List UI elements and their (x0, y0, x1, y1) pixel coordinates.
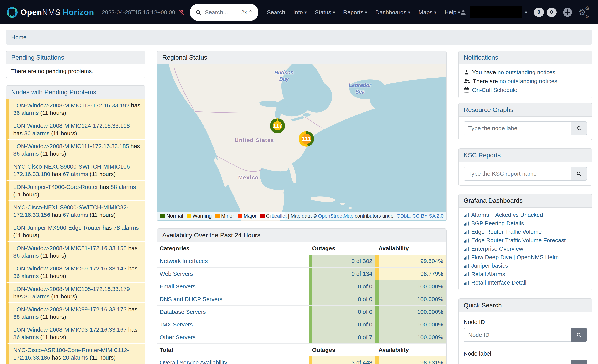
ksc-report-search-input[interactable] (464, 167, 571, 181)
search-icon (196, 9, 201, 15)
outages-cell: 0 of 0 (309, 306, 375, 318)
pending-situations-title[interactable]: Pending Situations (6, 51, 145, 65)
node-link[interactable]: LON-Window-2008-MIMIC93-172.16.33.167 (13, 326, 127, 333)
all-notices-link[interactable]: no outstanding notices (499, 78, 557, 84)
nav-menu-status[interactable]: Status▾ (315, 9, 335, 16)
alarms-link[interactable]: 67 alarms (63, 212, 88, 218)
search-icon (576, 332, 582, 338)
resource-graphs-search-button[interactable] (571, 121, 587, 135)
alarms-link[interactable]: 36 alarms (24, 293, 50, 299)
ksc-report-search-button[interactable] (571, 167, 587, 181)
category-link[interactable]: DNS and DHCP Servers (160, 296, 222, 302)
username-redacted[interactable] (470, 6, 522, 18)
category-link[interactable]: Network Interfaces (160, 258, 208, 264)
nav-menu-reports[interactable]: Reports▾ (343, 9, 367, 16)
resource-graphs-title[interactable]: Resource Graphs (459, 103, 592, 117)
nav-menu-help[interactable]: Help▾ (445, 9, 460, 16)
grafana-dashboard-item[interactable]: Flow Deep Dive | OpenNMS Helm (464, 253, 587, 261)
grafana-dashboard-link[interactable]: Juniper basics (471, 262, 508, 269)
grafana-dashboard-link[interactable]: Enterprise Overview (471, 245, 523, 252)
attribution-link[interactable]: CC BY-SA 2.0 (412, 213, 444, 219)
nodes-pending-problems-title[interactable]: Nodes with Pending Problems (6, 86, 145, 99)
notice-count-badge[interactable]: 0 (534, 8, 544, 17)
alarms-link[interactable]: 36 alarms (13, 252, 39, 259)
grafana-dashboard-item[interactable]: Alarms – Acked vs Unacked (464, 211, 587, 219)
oncall-schedule-link[interactable]: On-Call Schedule (472, 87, 517, 93)
grafana-dashboard-item[interactable]: Retail Alarms (464, 270, 587, 278)
nav-menu-maps[interactable]: Maps▾ (418, 9, 436, 16)
notifications-title[interactable]: Notifications (459, 51, 592, 65)
notice-count-badge[interactable]: 0 (547, 8, 556, 17)
grafana-dashboard-link[interactable]: Retail Alarms (471, 271, 505, 277)
grafana-dashboard-item[interactable]: Edge Router Traffic Volume Forecast (464, 236, 587, 244)
node-link[interactable]: LON-Window-2008-MIMIC69-172.16.33.143 (13, 265, 127, 272)
category-link[interactable]: Overall Service Availability (160, 359, 227, 364)
category-link[interactable]: Web Servers (160, 270, 193, 277)
map-cluster-marker[interactable]: 111 (299, 131, 314, 147)
alarms-link[interactable]: 36 alarms (24, 130, 50, 136)
alarms-link[interactable]: 36 alarms (13, 110, 39, 116)
nav-menu-search[interactable]: Search (267, 9, 285, 16)
node-link[interactable]: LON-Window-2008-MIMIC124-172.16.33.198 (13, 122, 130, 129)
notice-badges: 00 (534, 8, 556, 17)
column-header: Outages (309, 242, 375, 255)
node-link[interactable]: LON-Window-2008-MIMIC99-172.16.33.173 (13, 306, 127, 312)
node-label-input[interactable] (464, 360, 571, 364)
alarms-link[interactable]: 36 alarms (13, 334, 39, 340)
availability-cell: 100.000% (375, 306, 446, 318)
grafana-dashboard-link[interactable]: Edge Router Traffic Volume Forecast (471, 237, 566, 243)
grafana-dashboards-panel: Grafana Dashboards Alarms – Acked vs Una… (458, 194, 592, 290)
attribution-link[interactable]: ODbL (396, 213, 409, 219)
alarms-link[interactable]: 36 alarms (13, 273, 39, 279)
grafana-dashboard-link[interactable]: Retail Interface Detail (471, 279, 526, 286)
node-link[interactable]: LON-Window-2008-MIMIC118-172.16.33.192 (13, 102, 129, 108)
grafana-dashboard-link[interactable]: Alarms – Acked vs Unacked (471, 212, 543, 218)
attribution-link[interactable]: OpenStreetMap (318, 213, 354, 219)
grafana-dashboard-link[interactable]: BGP Peering Details (471, 220, 524, 227)
attribution-link[interactable]: Leaflet (272, 213, 286, 219)
resource-graphs-panel: Resource Graphs (458, 103, 592, 140)
brand-text: OpenNMSHorizon (20, 8, 94, 17)
breadcrumb-home-link[interactable]: Home (11, 34, 26, 40)
grafana-dashboard-link[interactable]: Flow Deep Dive | OpenNMS Helm (471, 254, 559, 260)
regional-status-map[interactable]: Hudson Bay Labrador Sea United States Mé… (157, 65, 446, 221)
node-link[interactable]: LON-Juniper-MX960-Edge-Router (13, 225, 101, 231)
alarms-link[interactable]: 88 alarms (110, 184, 136, 190)
node-link[interactable]: LON-Window-2008-MIMIC105-172.16.33.179 (13, 286, 130, 292)
category-link[interactable]: Database Servers (160, 309, 206, 315)
node-id-input[interactable] (464, 328, 571, 342)
map-cluster-marker[interactable]: 117 (270, 118, 285, 133)
alarms-link[interactable]: 78 alarms (113, 225, 139, 231)
alarms-link[interactable]: 36 alarms (13, 314, 39, 320)
node-link[interactable]: LON-Juniper-T4000-Core-Router (13, 184, 98, 190)
brand[interactable]: OpenNMSHorizon (7, 7, 94, 18)
node-link[interactable]: LON-Window-2008-MIMIC111-172.16.33.185 (13, 143, 129, 149)
grafana-dashboard-item[interactable]: Edge Router Traffic Volume (464, 228, 587, 236)
alarms-link[interactable]: 67 alarms (63, 171, 88, 177)
global-search-input[interactable]: Search... 2x ⇧ (190, 4, 258, 21)
category-link[interactable]: JMX Servers (160, 321, 193, 328)
availability-row: DNS and DHCP Servers0 of 0100.000% (157, 293, 446, 305)
your-notices-link[interactable]: no outstanding notices (498, 69, 555, 75)
node-id-search-button[interactable] (571, 328, 587, 342)
alarms-link[interactable]: 20 alarms (63, 354, 88, 361)
server-timestamp: 2022-04-29T15:15:12+00:00 (102, 9, 175, 16)
add-button[interactable] (563, 8, 572, 17)
grafana-dashboard-item[interactable]: Enterprise Overview (464, 244, 587, 253)
grafana-dashboard-item[interactable]: Juniper basics (464, 261, 587, 270)
grafana-dashboard-link[interactable]: Edge Router Traffic Volume (471, 228, 542, 235)
grafana-dashboard-item[interactable]: BGP Peering Details (464, 219, 587, 228)
nav-menu-info[interactable]: Info▾ (293, 9, 307, 16)
alarms-link[interactable]: 36 alarms (13, 150, 39, 157)
grafana-dashboard-item[interactable]: Retail Interface Detail (464, 278, 587, 287)
resource-graphs-search-input[interactable] (464, 121, 571, 135)
category-link[interactable]: Other Servers (160, 334, 196, 340)
category-link[interactable]: Email Servers (160, 283, 196, 290)
user-menu-chevron-down-icon[interactable]: ▾ (525, 10, 527, 15)
node-link[interactable]: LON-Window-2008-MIMIC81-172.16.33.155 (13, 245, 127, 251)
settings-button[interactable]: ⚙⚙⚙ (579, 8, 590, 16)
ksc-reports-title[interactable]: KSC Reports (459, 149, 592, 162)
nav-menu-dashboards[interactable]: Dashboards▾ (375, 9, 410, 16)
node-label-search-button[interactable] (571, 360, 587, 364)
map-attribution: Leaflet | Map data © OpenStreetMap contr… (269, 212, 446, 220)
